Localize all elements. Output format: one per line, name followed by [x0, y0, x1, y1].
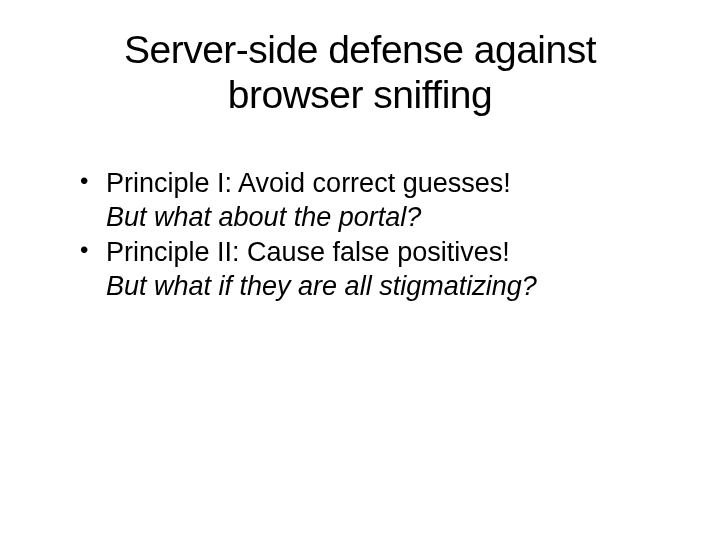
sub-line-stigmatizing: But what if they are all stigmatizing? — [80, 269, 670, 304]
title-line-1: Server-side defense against — [124, 28, 596, 71]
bullet-principle-1: Principle I: Avoid correct guesses! — [80, 166, 670, 201]
slide-content: Principle I: Avoid correct guesses! But … — [50, 166, 670, 304]
bullet-principle-2: Principle II: Cause false positives! — [80, 235, 670, 270]
slide-title: Server-side defense against browser snif… — [50, 28, 670, 118]
sub-line-portal: But what about the portal? — [80, 200, 670, 235]
title-line-2: browser sniffing — [228, 73, 492, 116]
slide-container: Server-side defense against browser snif… — [0, 0, 720, 540]
